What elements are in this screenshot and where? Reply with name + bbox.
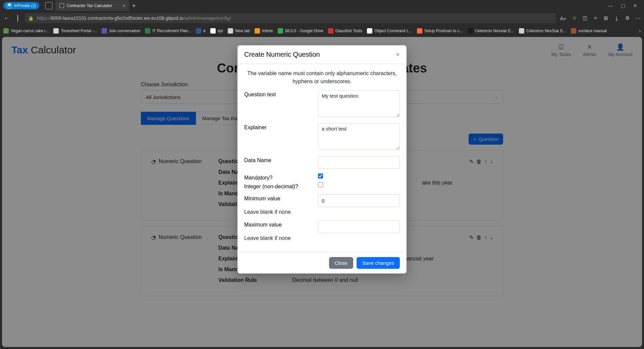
bookmark-label: New tab xyxy=(235,29,250,33)
browser-tab-active[interactable]: Contractor Tax Calculator × xyxy=(55,0,129,11)
favicon-icon xyxy=(519,28,524,34)
address-bar[interactable]: 🔒 https://8000-laura10101-contractorta-g… xyxy=(25,13,556,23)
bookmark-label: Join conversation xyxy=(109,29,140,33)
collections-icon[interactable]: ⊞ xyxy=(604,15,608,21)
tab-overview-icon[interactable] xyxy=(45,2,53,9)
url-text: https://8000-laura10101-contractorta-g5o… xyxy=(37,15,231,21)
bookmark-item[interactable]: Object Constraint L... xyxy=(367,28,412,34)
bookmarks-overflow-icon[interactable]: › xyxy=(639,28,641,34)
favicon-icon xyxy=(228,28,233,34)
favicon-icon xyxy=(278,28,283,34)
bookmark-label: e xyxy=(203,29,206,33)
bookmark-item[interactable]: Join conversation xyxy=(102,28,140,34)
bookmark-item[interactable]: Celestron NexStar E... xyxy=(519,28,566,34)
window-minimize-icon[interactable]: — xyxy=(608,3,613,8)
modal-close-icon[interactable]: × xyxy=(396,51,400,58)
nav-back-icon[interactable]: ← xyxy=(3,15,10,22)
bookmark-label: Glassfish Tools xyxy=(335,29,362,33)
bookmark-item[interactable]: Celestron Nexstar E... xyxy=(468,28,514,34)
favicon-icon xyxy=(255,28,260,34)
extensions-icon[interactable]: ⚙ xyxy=(625,15,630,21)
bookmark-label: Celestron Nexstar E... xyxy=(475,29,514,33)
favicon-icon xyxy=(367,28,372,34)
bookmark-item[interactable]: Setup Postman to c... xyxy=(417,28,463,34)
max-value-label: Maximum value xyxy=(244,220,318,228)
bookmark-label: IT Recruitment Plan... xyxy=(152,29,191,33)
min-value-label: Minimum value xyxy=(244,194,318,202)
modal-title: Create Numeric Question xyxy=(244,51,320,58)
bookmark-item[interactable]: 08.0.0 - Google Drive xyxy=(278,28,323,34)
bookmark-item[interactable]: Vegan carrot cake r... xyxy=(3,28,49,34)
inprivate-label: InPrivate (2) xyxy=(14,3,36,8)
bookmark-label: epl xyxy=(218,29,223,33)
max-hint: Leave blank if none xyxy=(244,235,400,241)
mandatory-label: Mandatory? xyxy=(244,173,318,181)
max-value-input[interactable] xyxy=(318,220,400,233)
nav-refresh-icon[interactable] xyxy=(14,15,21,22)
bookmark-item[interactable]: Glassfish Tools xyxy=(328,28,362,34)
bookmark-label: 08.0.0 - Google Drive xyxy=(285,29,323,33)
window-close-icon[interactable]: ✕ xyxy=(633,3,637,8)
avatar-icon xyxy=(7,3,12,8)
favorites-list-icon[interactable]: ✧ xyxy=(593,15,598,21)
favicon-icon xyxy=(3,28,9,34)
close-button[interactable]: Close xyxy=(329,257,353,269)
inprivate-badge[interactable]: InPrivate (2) xyxy=(3,2,39,9)
favicon-icon xyxy=(102,28,107,34)
more-icon[interactable]: ⋯ xyxy=(636,15,641,21)
question-text-input[interactable] xyxy=(318,90,400,117)
bookmark-item[interactable]: sunface manual xyxy=(571,28,607,34)
favicon-icon xyxy=(210,28,216,34)
data-name-input[interactable] xyxy=(318,156,400,169)
bookmark-item[interactable]: Timesheet Portal -... xyxy=(53,28,97,34)
tab-title: Contractor Tax Calculator xyxy=(67,3,112,8)
create-question-modal: Create Numeric Question × The variable n… xyxy=(237,45,407,273)
page-icon xyxy=(59,3,64,8)
bookmarks-bar: Vegan carrot cake r...Timesheet Portal -… xyxy=(0,25,644,37)
read-aloud-icon[interactable]: A» xyxy=(560,15,566,21)
explainer-label: Explainer xyxy=(244,123,318,131)
bookmark-label: Vegan carrot cake r... xyxy=(11,29,49,33)
favicon-icon xyxy=(571,28,576,34)
split-screen-icon[interactable]: ◫ xyxy=(583,15,587,21)
validation-message: The variable name must contain only alph… xyxy=(244,69,400,86)
favorite-icon[interactable]: ☆ xyxy=(572,15,577,21)
favicon-icon xyxy=(53,28,59,34)
tab-close-icon[interactable]: × xyxy=(122,3,125,8)
bookmark-label: Setup Postman to c... xyxy=(424,29,463,33)
bookmark-item[interactable]: Intime xyxy=(255,28,273,34)
lock-icon: 🔒 xyxy=(28,16,34,21)
bookmark-label: sunface manual xyxy=(578,29,607,33)
integer-checkbox[interactable] xyxy=(318,182,323,187)
data-name-label: Data Name xyxy=(244,156,318,163)
min-hint: Leave blank if none xyxy=(244,209,400,215)
bookmark-label: Timesheet Portal -... xyxy=(61,29,97,33)
downloads-icon[interactable]: ⭳ xyxy=(614,15,619,21)
mandatory-checkbox[interactable] xyxy=(318,173,323,179)
bookmark-label: Object Constraint L... xyxy=(374,29,412,33)
bookmark-label: Celestron NexStar E... xyxy=(526,29,566,33)
bookmark-item[interactable]: New tab xyxy=(228,28,250,34)
new-tab-button[interactable]: + xyxy=(132,2,136,10)
favicon-icon xyxy=(196,28,201,34)
question-text-label: Question text xyxy=(244,90,318,98)
favicon-icon xyxy=(328,28,333,34)
min-value-input[interactable] xyxy=(318,194,400,207)
save-button[interactable]: Save changes xyxy=(357,257,400,269)
bookmark-item[interactable]: epl xyxy=(210,28,223,34)
integer-label: Integer (non-decimal)? xyxy=(244,182,318,190)
bookmark-item[interactable]: e xyxy=(196,28,206,34)
explainer-input[interactable] xyxy=(318,123,400,150)
bookmark-label: Intime xyxy=(262,29,273,33)
bookmark-item[interactable]: IT Recruitment Plan... xyxy=(145,28,191,34)
favicon-icon xyxy=(145,28,150,34)
favicon-icon xyxy=(468,28,473,34)
window-maximize-icon[interactable]: ▢ xyxy=(621,3,625,8)
favicon-icon xyxy=(417,28,422,34)
